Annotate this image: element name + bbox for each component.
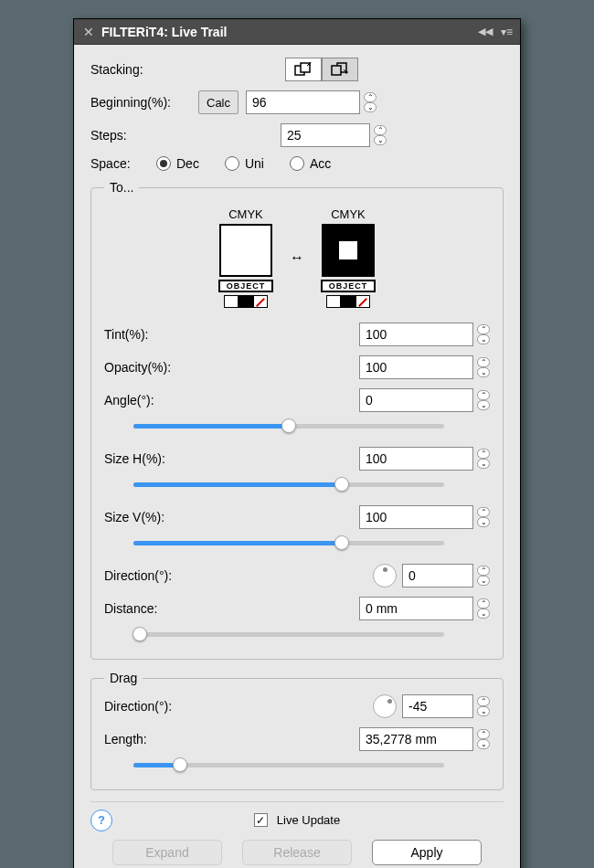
stack-front-icon (294, 62, 313, 77)
drag-length-input[interactable] (359, 727, 473, 751)
stacking-front-button[interactable] (285, 58, 322, 81)
sizeh-input[interactable] (359, 447, 473, 471)
beginning-spinner[interactable]: ⌃⌄ (364, 90, 377, 114)
tint-spinner[interactable]: ⌃⌄ (477, 323, 490, 346)
live-update-label: Live Update (277, 813, 340, 827)
distance-spinner[interactable]: ⌃⌄ (477, 597, 490, 620)
beginning-label: Beginning(%): (90, 95, 191, 110)
steps-label: Steps: (90, 128, 191, 143)
panel-body: Stacking: Beginning(%): Calc ⌃⌄ Steps: (74, 45, 520, 868)
svg-rect-3 (332, 66, 341, 75)
distance-label: Distance: (104, 601, 214, 616)
close-icon[interactable]: ✕ (83, 25, 94, 39)
live-update-checkbox[interactable]: ✓ (254, 813, 268, 827)
sizeh-label: Size H(%): (104, 451, 214, 466)
collapse-icon[interactable]: ◀◀ (478, 26, 493, 37)
stacking-back-button[interactable] (322, 58, 358, 81)
panel-title: FILTERiT4: Live Trail (101, 25, 227, 39)
mini-swatches (224, 295, 268, 308)
swatch-white-icon (219, 224, 272, 277)
angle-slider[interactable] (133, 418, 444, 434)
flyout-menu-icon[interactable]: ▾≡ (501, 26, 513, 38)
release-button[interactable]: Release (242, 840, 352, 865)
swap-icon[interactable]: ↔ (290, 249, 304, 266)
sizev-input[interactable] (359, 505, 473, 529)
sizeh-slider[interactable] (133, 476, 444, 492)
angle-spinner[interactable]: ⌃⌄ (477, 388, 490, 412)
drag-length-slider[interactable] (133, 757, 444, 773)
mini-swatches (326, 295, 370, 308)
drag-direction-dial[interactable] (373, 694, 397, 718)
to-group: To... CMYK OBJECT ↔ CMYK OBJECT (90, 180, 504, 660)
distance-slider[interactable] (133, 626, 444, 642)
space-dec-radio[interactable]: Dec (156, 156, 199, 171)
from-swatch[interactable]: CMYK OBJECT (218, 207, 273, 308)
drag-length-label: Length: (104, 732, 214, 746)
drag-direction-label: Direction(°): (104, 699, 214, 714)
opacity-label: Opacity(%): (104, 360, 214, 375)
apply-button[interactable]: Apply (372, 840, 482, 865)
space-label: Space: (90, 156, 154, 171)
panel: ✕ FILTERiT4: Live Trail ◀◀ ▾≡ Stacking: … (73, 18, 521, 868)
stacking-label: Stacking: (90, 62, 191, 77)
drag-group: Drag Direction(°): ⌃⌄ Length: ⌃⌄ (90, 671, 504, 790)
tint-label: Tint(%): (104, 327, 214, 342)
opacity-input[interactable] (359, 355, 473, 379)
steps-spinner[interactable]: ⌃⌄ (374, 123, 387, 147)
angle-label: Angle(°): (104, 393, 214, 408)
space-acc-radio[interactable]: Acc (290, 156, 331, 171)
tint-input[interactable] (359, 323, 473, 346)
titlebar: ✕ FILTERiT4: Live Trail ◀◀ ▾≡ (74, 19, 520, 45)
direction-dial[interactable] (373, 564, 397, 587)
sizev-spinner[interactable]: ⌃⌄ (477, 505, 490, 529)
sizev-slider[interactable] (133, 535, 444, 551)
to-swatch[interactable]: CMYK OBJECT (321, 207, 376, 308)
direction-spinner[interactable]: ⌃⌄ (477, 564, 490, 587)
direction-label: Direction(°): (104, 568, 214, 583)
angle-input[interactable] (359, 388, 473, 412)
drag-length-spinner[interactable]: ⌃⌄ (477, 727, 490, 751)
footer: ? ✓ Live Update Expand Release Apply (90, 801, 504, 865)
drag-direction-input[interactable] (402, 694, 473, 718)
to-legend: To... (104, 180, 139, 195)
calc-button[interactable]: Calc (198, 90, 239, 114)
direction-input[interactable] (402, 564, 473, 587)
sizev-label: Size V(%): (104, 510, 214, 524)
drag-direction-spinner[interactable]: ⌃⌄ (477, 694, 490, 718)
space-uni-radio[interactable]: Uni (225, 156, 264, 171)
expand-button[interactable]: Expand (112, 840, 222, 865)
beginning-input[interactable] (246, 90, 360, 114)
drag-legend: Drag (104, 671, 143, 685)
help-button[interactable]: ? (90, 810, 112, 831)
stack-back-icon (331, 62, 349, 77)
sizeh-spinner[interactable]: ⌃⌄ (477, 447, 490, 471)
swatch-black-icon (322, 224, 375, 277)
opacity-spinner[interactable]: ⌃⌄ (477, 355, 490, 379)
distance-input[interactable] (359, 597, 473, 620)
steps-input[interactable] (281, 123, 370, 147)
